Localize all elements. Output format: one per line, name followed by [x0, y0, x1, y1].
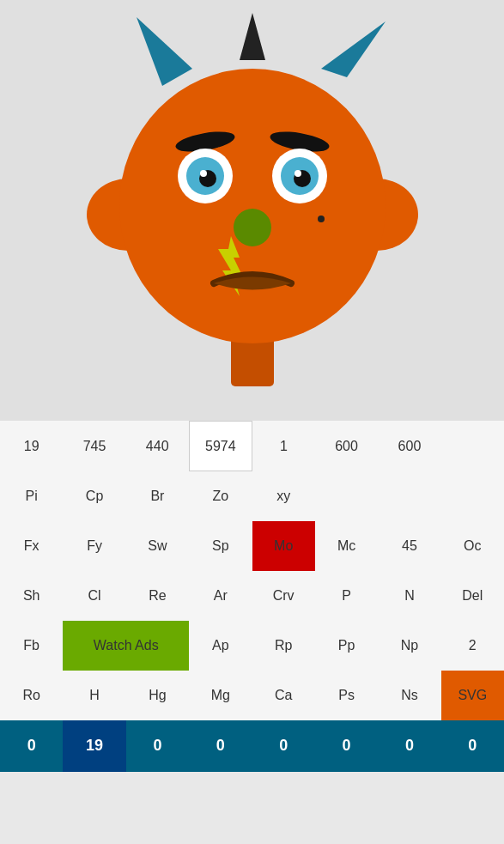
- grid-cell: [378, 471, 440, 521]
- grid-cell: Fx: [0, 521, 63, 571]
- grid-cell: Pi: [0, 471, 63, 521]
- svg-marker-4: [137, 17, 192, 86]
- grid-cell: Sw: [126, 521, 189, 571]
- grid-cell: Crv: [252, 571, 315, 621]
- grid-cell: [315, 471, 378, 521]
- grid-cell: H: [63, 671, 125, 720]
- grid-cell: Zo: [189, 471, 252, 521]
- grid-cell: Re: [126, 571, 189, 621]
- grid-cell: 45: [378, 521, 440, 571]
- grid-cell: Ca: [252, 671, 315, 720]
- bottom-score-7: 0: [441, 720, 504, 772]
- grid-cell: Cp: [63, 471, 125, 521]
- grid-cell: Hg: [126, 671, 189, 720]
- grid-cell: 600: [378, 422, 440, 471]
- grid-cell: 1: [252, 422, 315, 471]
- grid-cell: Pp: [315, 621, 378, 671]
- grid-cell: Ns: [378, 671, 440, 720]
- grid-cell: xy: [252, 471, 315, 521]
- grid-cell: Sp: [189, 521, 252, 571]
- bottom-score-2: 0: [126, 720, 189, 772]
- grid-cell: 440: [126, 422, 189, 471]
- grid-cell: Ar: [189, 571, 252, 621]
- grid-cell: 19: [0, 422, 63, 471]
- grid-cell: Np: [378, 621, 440, 671]
- bottom-score-1: 19: [63, 720, 125, 772]
- grid-cell: Mc: [315, 521, 378, 571]
- svg-marker-5: [321, 21, 386, 77]
- svg-point-17: [234, 209, 271, 246]
- grid-cell: Ps: [315, 671, 378, 720]
- grid-cell: Mg: [189, 671, 252, 720]
- grid-cell: Cl: [63, 571, 125, 621]
- grid-cell: 745: [63, 422, 125, 471]
- grid-cell: Del: [441, 571, 504, 621]
- grid-cell: Br: [126, 471, 189, 521]
- grid-cell: Ro: [0, 671, 63, 720]
- bottom-score-6: 0: [378, 720, 440, 772]
- bottom-score-4: 0: [252, 720, 315, 772]
- watch-ads-button[interactable]: Watch Ads: [63, 621, 189, 671]
- grid-cell: N: [378, 571, 440, 621]
- bottom-score-3: 0: [189, 720, 252, 772]
- bottom-score-0: 0: [0, 720, 63, 772]
- character-svg: [81, 9, 424, 412]
- svg-marker-6: [240, 13, 265, 60]
- table-row: Sh Cl Re Ar Crv P N Del: [0, 571, 504, 621]
- grid-cell: Oc: [441, 521, 504, 571]
- mo-cell[interactable]: Mo: [252, 521, 315, 571]
- grid-cell: Fb: [0, 621, 63, 671]
- stats-grid: 19 745 440 5974 1 600 600 Pi Cp Br Zo xy…: [0, 421, 504, 720]
- grid-cell: 600: [315, 422, 378, 471]
- grid-area: 19 745 440 5974 1 600 600 Pi Cp Br Zo xy…: [0, 421, 504, 720]
- grid-cell: Fy: [63, 521, 125, 571]
- character-area: [0, 0, 504, 421]
- table-row: Fx Fy Sw Sp Mo Mc 45 Oc: [0, 521, 504, 571]
- bottom-score-row: 0 19 0 0 0 0 0 0: [0, 720, 504, 772]
- bottom-score-5: 0: [315, 720, 378, 772]
- table-row: Fb Watch Ads Ap Rp Pp Np 2: [0, 621, 504, 671]
- grid-cell: Sh: [0, 571, 63, 621]
- grid-cell: 2: [441, 621, 504, 671]
- table-row: Pi Cp Br Zo xy: [0, 471, 504, 521]
- grid-cell: P: [315, 571, 378, 621]
- svg-point-16: [295, 170, 301, 177]
- table-row: Ro H Hg Mg Ca Ps Ns SVG: [0, 671, 504, 720]
- table-row: 19 745 440 5974 1 600 600: [0, 422, 504, 471]
- grid-cell: Ap: [189, 621, 252, 671]
- grid-cell: Rp: [252, 621, 315, 671]
- svg-point-3: [119, 69, 386, 343]
- svg-point-15: [200, 170, 207, 177]
- score-cell: 5974: [189, 422, 252, 471]
- svg-point-18: [318, 216, 325, 222]
- svg-cell[interactable]: SVG: [441, 671, 504, 720]
